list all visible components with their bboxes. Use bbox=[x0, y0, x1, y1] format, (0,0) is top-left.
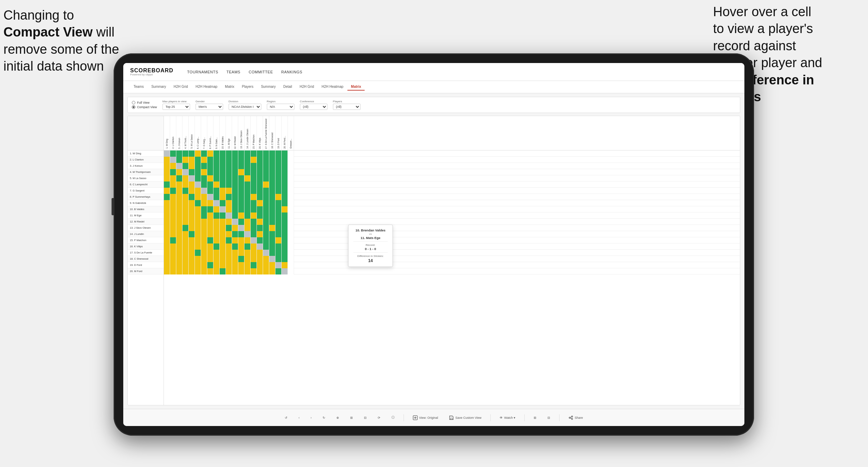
cell-16-18[interactable] bbox=[269, 243, 275, 250]
info-btn[interactable]: ⓘ bbox=[389, 414, 397, 421]
cell-9-9[interactable] bbox=[213, 200, 220, 206]
cell-14-5[interactable] bbox=[189, 231, 195, 237]
cell-19-17[interactable] bbox=[263, 262, 269, 268]
cell-20-14[interactable] bbox=[244, 268, 251, 274]
cell-9-21[interactable] bbox=[288, 200, 294, 206]
cell-1-21[interactable] bbox=[288, 151, 294, 157]
cell-11-11[interactable] bbox=[226, 212, 232, 219]
cell-4-5[interactable] bbox=[189, 169, 195, 175]
cell-2-11[interactable] bbox=[226, 157, 232, 163]
cell-20-4[interactable] bbox=[182, 268, 189, 274]
cell-9-10[interactable] bbox=[220, 200, 226, 206]
cell-2-6[interactable] bbox=[195, 157, 201, 163]
cell-15-2[interactable] bbox=[170, 237, 176, 243]
cell-15-21[interactable] bbox=[288, 237, 294, 243]
cell-5-12[interactable] bbox=[232, 175, 238, 181]
cell-1-10[interactable] bbox=[220, 151, 226, 157]
cell-3-4[interactable] bbox=[182, 163, 189, 169]
cell-12-17[interactable] bbox=[263, 219, 269, 225]
full-view-radio[interactable] bbox=[132, 101, 135, 104]
cell-7-19[interactable] bbox=[275, 188, 282, 194]
cell-9-17[interactable] bbox=[263, 200, 269, 206]
cell-5-17[interactable] bbox=[263, 175, 269, 181]
cell-19-4[interactable] bbox=[182, 262, 189, 268]
cell-6-10[interactable] bbox=[220, 181, 226, 188]
cell-7-12[interactable] bbox=[232, 188, 238, 194]
cell-19-1[interactable] bbox=[164, 262, 170, 268]
cell-5-3[interactable] bbox=[176, 175, 182, 181]
cell-7-6[interactable] bbox=[195, 188, 201, 194]
cell-8-18[interactable] bbox=[269, 194, 275, 200]
cell-7-9[interactable] bbox=[213, 188, 220, 194]
cell-13-19[interactable] bbox=[275, 225, 282, 231]
cell-16-20[interactable] bbox=[282, 243, 288, 250]
tab-h2h-heatmap1[interactable]: H2H Heatmap bbox=[192, 83, 221, 91]
cell-8-21[interactable] bbox=[288, 194, 294, 200]
cell-7-1[interactable] bbox=[164, 188, 170, 194]
cell-4-3[interactable] bbox=[176, 169, 182, 175]
cell-5-1[interactable] bbox=[164, 175, 170, 181]
cell-7-2[interactable] bbox=[170, 188, 176, 194]
cell-11-21[interactable] bbox=[288, 212, 294, 219]
cell-6-15[interactable] bbox=[251, 181, 257, 188]
cell-12-4[interactable] bbox=[182, 219, 189, 225]
cell-11-8[interactable] bbox=[207, 212, 213, 219]
cell-13-3[interactable] bbox=[176, 225, 182, 231]
cell-19-18[interactable] bbox=[269, 262, 275, 268]
cell-15-12[interactable] bbox=[232, 237, 238, 243]
cell-4-10[interactable] bbox=[220, 169, 226, 175]
cell-10-9[interactable] bbox=[213, 206, 220, 212]
cell-13-16[interactable] bbox=[257, 225, 263, 231]
cell-15-19[interactable] bbox=[275, 237, 282, 243]
gender-select[interactable]: Men's bbox=[196, 104, 223, 110]
cell-1-19[interactable] bbox=[275, 151, 282, 157]
cell-16-19[interactable] bbox=[275, 243, 282, 250]
cell-2-7[interactable] bbox=[201, 157, 207, 163]
cell-14-7[interactable] bbox=[201, 231, 207, 237]
cell-7-21[interactable] bbox=[288, 188, 294, 194]
cell-14-18[interactable] bbox=[269, 231, 275, 237]
cell-10-8[interactable] bbox=[207, 206, 213, 212]
cell-13-18[interactable] bbox=[269, 225, 275, 231]
cell-11-15[interactable] bbox=[251, 212, 257, 219]
cell-4-11[interactable] bbox=[226, 169, 232, 175]
cell-9-5[interactable] bbox=[189, 200, 195, 206]
cell-4-21[interactable] bbox=[288, 169, 294, 175]
cell-3-17[interactable] bbox=[263, 163, 269, 169]
cell-19-8[interactable] bbox=[207, 262, 213, 268]
cell-12-15[interactable] bbox=[251, 219, 257, 225]
cell-17-16[interactable] bbox=[257, 250, 263, 256]
cell-10-13[interactable] bbox=[238, 206, 244, 212]
cell-18-1[interactable] bbox=[164, 256, 170, 262]
cell-18-8[interactable] bbox=[207, 256, 213, 262]
cell-17-9[interactable] bbox=[213, 250, 220, 256]
cell-1-4[interactable] bbox=[182, 151, 189, 157]
cell-17-7[interactable] bbox=[201, 250, 207, 256]
cell-8-11[interactable] bbox=[226, 194, 232, 200]
cell-20-16[interactable] bbox=[257, 268, 263, 274]
cell-12-16[interactable] bbox=[257, 219, 263, 225]
cell-12-7[interactable] bbox=[201, 219, 207, 225]
cell-18-14[interactable] bbox=[244, 256, 251, 262]
cell-10-7[interactable] bbox=[201, 206, 207, 212]
cell-18-6[interactable] bbox=[195, 256, 201, 262]
cell-13-1[interactable] bbox=[164, 225, 170, 231]
cell-19-20[interactable] bbox=[282, 262, 288, 268]
cell-8-19[interactable] bbox=[275, 194, 282, 200]
cell-17-6[interactable] bbox=[195, 250, 201, 256]
cell-11-17[interactable] bbox=[263, 212, 269, 219]
cell-15-13[interactable] bbox=[238, 237, 244, 243]
cell-8-4[interactable] bbox=[182, 194, 189, 200]
cell-5-16[interactable] bbox=[257, 175, 263, 181]
cell-19-14[interactable] bbox=[244, 262, 251, 268]
cell-6-1[interactable] bbox=[164, 181, 170, 188]
cell-18-2[interactable] bbox=[170, 256, 176, 262]
cell-6-4[interactable] bbox=[182, 181, 189, 188]
cell-2-16[interactable] bbox=[257, 157, 263, 163]
cell-12-12[interactable] bbox=[232, 219, 238, 225]
cell-9-14[interactable] bbox=[244, 200, 251, 206]
cell-16-12[interactable] bbox=[232, 243, 238, 250]
cell-18-10[interactable] bbox=[220, 256, 226, 262]
cell-6-13[interactable] bbox=[238, 181, 244, 188]
cell-3-20[interactable] bbox=[282, 163, 288, 169]
